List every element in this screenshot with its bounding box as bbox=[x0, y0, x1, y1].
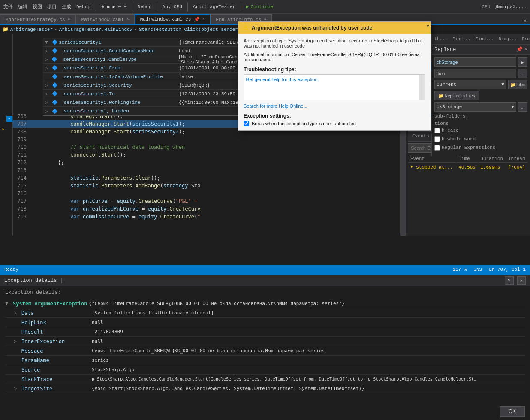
ex-tree-data-value: {System.Collections.ListDictionaryIntern… bbox=[92, 310, 214, 316]
col-duration: Duration bbox=[479, 155, 506, 163]
ex-tips-box: Get general help for this exception. bbox=[244, 74, 425, 100]
event-cell-thread: [7004] bbox=[506, 163, 527, 171]
ex-tree-message: Message Серия TimeFrameCandle_SBER@TQBR_… bbox=[5, 346, 525, 356]
replace-in-files-row: 📁 Replace in Files bbox=[434, 91, 527, 100]
find-panel-tab-bar: th... Find... Find... Diag... Prop... × bbox=[432, 34, 530, 45]
toolbar-build: 生成 bbox=[62, 3, 71, 10]
datatip-expander-3[interactable]: ▷ bbox=[45, 65, 52, 71]
ex-tree-root-expander[interactable]: ▼ bbox=[5, 301, 11, 307]
exception-details-content: Exception details: ▼ System.ArgumentExce… bbox=[0, 286, 530, 397]
replace-btn[interactable]: … bbox=[518, 69, 527, 78]
ex-tree-data[interactable]: ▷ Data {System.Collections.ListDictionar… bbox=[5, 308, 525, 318]
ex-tree-innerex-expander[interactable]: ▷ bbox=[14, 338, 20, 344]
ex-tree-root-name: System.ArgumentException bbox=[13, 301, 87, 307]
collapse-btn[interactable]: − bbox=[6, 116, 12, 122]
breadcrumb-namespace[interactable]: ArbitrageTester bbox=[10, 27, 53, 32]
datatip-icon-7: 🔷 bbox=[52, 100, 59, 105]
find-tab-find1[interactable]: Find... bbox=[450, 36, 473, 43]
diag-tab-events[interactable]: Events bbox=[408, 132, 434, 141]
whole-word-checkbox[interactable] bbox=[434, 136, 440, 142]
historical-keyword: historical bbox=[98, 144, 129, 150]
status-ready: Ready bbox=[4, 267, 18, 272]
look-in-value: Current bbox=[437, 82, 456, 87]
ex-title-text: ArgumentException was unhandled by user … bbox=[252, 25, 372, 31]
look-in-dropdown-2[interactable]: ckStorage ▼ bbox=[434, 102, 516, 112]
toolbar-file: 文件 bbox=[3, 3, 13, 10]
look-in-row: Current ▼ 📁 Files bbox=[434, 80, 527, 89]
ex-tree-targetsite-expander[interactable]: ▷ bbox=[14, 385, 20, 392]
look-in-row-2: ckStorage ▼ … bbox=[434, 102, 527, 112]
find-tab-diag[interactable]: Diag... bbox=[496, 36, 519, 43]
datatip-expander-2[interactable]: ▷ bbox=[45, 57, 51, 62]
look-in-dropdown[interactable]: Current ▼ bbox=[434, 80, 506, 89]
events-table-row-0[interactable]: ➤ Stopped at... 40.58s 1,699ms [7004] bbox=[409, 163, 527, 171]
ex-tree-stacktrace-expander bbox=[14, 376, 20, 382]
replace-pin-icon[interactable]: 📌 bbox=[516, 46, 523, 53]
ex-tree-stacktrace-value: в StockSharp.Algo.Candles.CandleManager.… bbox=[92, 377, 478, 381]
bottom-panel-help-btn[interactable]: ? bbox=[505, 276, 513, 285]
ex-tree-hresult-expander bbox=[14, 329, 20, 335]
ex-tree-targetsite[interactable]: ▷ TargetSite {Void Start(StockSharp.Algo… bbox=[5, 384, 525, 393]
look-in-files-btn[interactable]: 📁 Files bbox=[508, 80, 527, 89]
tab-mainwindow-cs[interactable]: MainWindow.xaml.cs 📌 × bbox=[135, 14, 211, 24]
tab-mainwindow-xaml-close[interactable]: × bbox=[126, 17, 129, 22]
ex-tree-stacktrace: StackTrace в StockSharp.Algo.Candles.Can… bbox=[5, 375, 525, 384]
ex-help-link[interactable]: Get general help for this exception. bbox=[246, 77, 319, 82]
replace-close-icon[interactable]: × bbox=[524, 46, 527, 53]
ex-tree-data-name: Data bbox=[21, 310, 90, 316]
datatip-expander-4 bbox=[45, 74, 52, 79]
search-go-btn[interactable]: ▶ bbox=[518, 57, 527, 67]
ex-tree-hresult-value: -2147024809 bbox=[92, 329, 123, 335]
ex-search-link[interactable]: Search for more Help Online... bbox=[244, 103, 425, 109]
ex-tips-scrollbar[interactable] bbox=[419, 75, 425, 100]
bottom-panel-close-btn[interactable]: × bbox=[517, 276, 526, 285]
ex-tree-message-name: Message bbox=[21, 348, 90, 354]
match-case-checkbox[interactable] bbox=[434, 128, 440, 133]
ex-tree-innerex[interactable]: ▷ InnerException null bbox=[5, 337, 525, 346]
toolbar-project-name[interactable]: ArbitrageTester bbox=[193, 4, 235, 9]
ex-tree-helplink-expander bbox=[14, 320, 20, 326]
row-arrow-icon: ➤ bbox=[410, 165, 413, 170]
datatip-expander-6[interactable]: ▷ bbox=[45, 91, 52, 97]
toolbar-continue-btn[interactable]: ▶ Continue bbox=[246, 4, 273, 9]
code-line-711: 711 connector.Start(); bbox=[13, 151, 405, 159]
toolbar-any-cpu[interactable]: Any CPU bbox=[163, 4, 182, 9]
regex-checkbox[interactable] bbox=[434, 145, 440, 151]
ex-tree-paramname-name: ParamName bbox=[21, 357, 90, 363]
tab-mainwindow-xaml[interactable]: MainWindow.xaml × bbox=[76, 14, 135, 24]
ex-checkbox[interactable] bbox=[244, 121, 249, 126]
tab-close-panel[interactable]: × bbox=[520, 18, 530, 24]
look-in-btn-2[interactable]: … bbox=[518, 102, 527, 112]
datatip-expander-0[interactable]: ▼ bbox=[45, 40, 52, 45]
tab-spotfuture[interactable]: SpotFutureStrategy.cs × bbox=[0, 14, 76, 24]
breadcrumb-class[interactable]: ArbitrageTester.MainWindow bbox=[59, 27, 133, 32]
ex-tree-root[interactable]: ▼ System.ArgumentException {"Серия TimeF… bbox=[5, 299, 525, 308]
files-label: Files bbox=[516, 82, 525, 87]
replace-in-files-btn[interactable]: 📁 Replace in Files bbox=[434, 91, 479, 100]
replace-row: … bbox=[434, 69, 527, 78]
search-field[interactable] bbox=[434, 57, 516, 67]
ex-tree-data-expander[interactable]: ▷ bbox=[14, 310, 20, 316]
ex-checkbox-label: Break when this exception type is user-u… bbox=[252, 121, 356, 126]
tab-mainwindow-cs-close[interactable]: × bbox=[202, 17, 205, 22]
replace-field[interactable] bbox=[434, 69, 516, 78]
ex-close-button[interactable]: × bbox=[426, 23, 430, 30]
find-tab-prop[interactable]: Prop... bbox=[519, 36, 530, 43]
replace-header-actions: 📌 × bbox=[516, 46, 527, 53]
toolbar-debug-menu[interactable]: Debug bbox=[76, 4, 90, 9]
tab-lock-icon: 📌 bbox=[194, 17, 200, 22]
warning-icon: ⚠ bbox=[243, 24, 248, 31]
ok-button[interactable]: OK bbox=[500, 406, 525, 417]
find-tab-find2[interactable]: Find... bbox=[473, 36, 496, 43]
event-cell-event: ➤ Stopped at... bbox=[409, 163, 456, 171]
tab-spotfuture-close[interactable]: × bbox=[68, 17, 70, 22]
replace-in-files-label: Replace in Files bbox=[445, 94, 475, 98]
datatip-expander-5[interactable]: ▷ bbox=[45, 82, 52, 88]
editor-gutter: ➤ − bbox=[0, 34, 13, 236]
code-line-719: 719 var commissionCurve = equity.CreateC… bbox=[13, 213, 405, 221]
datatip-expander-8[interactable]: ▷ bbox=[45, 109, 52, 114]
toolbar-edit: 编辑 bbox=[18, 3, 27, 10]
datatip-expander-1[interactable]: ▷ bbox=[45, 48, 52, 54]
find-tab-th[interactable]: th... bbox=[432, 36, 450, 43]
datatip-expander-7[interactable]: ▷ bbox=[45, 100, 52, 105]
